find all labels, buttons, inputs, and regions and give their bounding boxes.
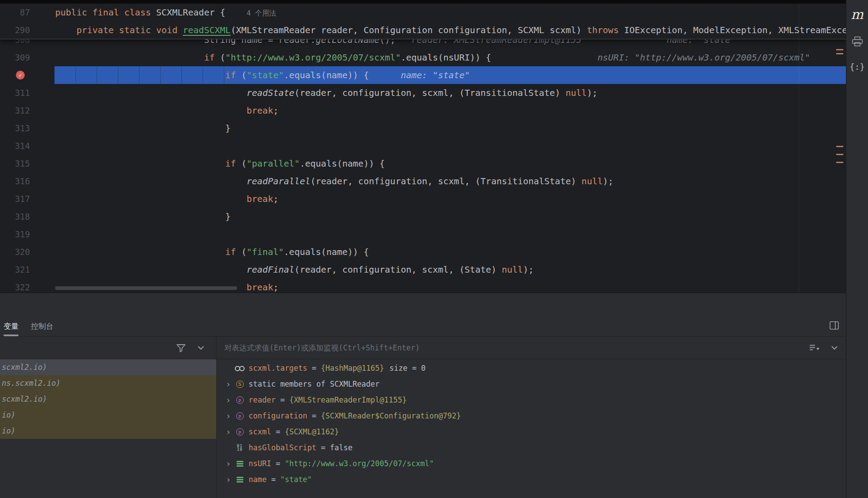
variable-row[interactable]: ›nsURI = "http://www.w3.org/2005/07/scxm… bbox=[222, 456, 846, 471]
string-icon bbox=[234, 477, 245, 483]
code-segment: private static void bbox=[76, 25, 183, 35]
gutter[interactable]: 315 bbox=[0, 155, 54, 172]
code-line-319[interactable]: 319 bbox=[0, 225, 846, 243]
gutter[interactable]: 290 bbox=[0, 21, 54, 39]
chevron-right-icon[interactable]: › bbox=[222, 475, 234, 484]
gutter[interactable]: 322 bbox=[0, 278, 54, 293]
code-segment: SCXMLReader bbox=[156, 7, 215, 18]
code-line-320[interactable]: 320 if ("final".equals(name)) { bbox=[0, 243, 846, 261]
gutter[interactable]: 319 bbox=[0, 225, 54, 243]
variable-row[interactable]: ›name = "state" bbox=[222, 471, 846, 487]
code-text: if ("http://www.w3.org/2005/07/scxml".eq… bbox=[54, 49, 846, 66]
gutter[interactable]: 317 bbox=[0, 190, 54, 208]
code-line-313[interactable]: 313 } bbox=[0, 119, 846, 137]
stack-frame[interactable]: scxml2.io) bbox=[0, 359, 216, 375]
chevron-down-icon[interactable] bbox=[197, 346, 204, 350]
gutter[interactable]: 318 bbox=[0, 208, 54, 225]
gutter[interactable]: 309 bbox=[0, 49, 54, 66]
code-segment: (reader, configuration, scxml, ( bbox=[294, 264, 464, 275]
code-line-317[interactable]: 317 break; bbox=[0, 190, 846, 208]
variable-row[interactable]: ›preader = {XMLStreamReaderImpl@1155} bbox=[222, 392, 846, 408]
stripe-mark[interactable] bbox=[836, 162, 843, 163]
gutter[interactable]: 311 bbox=[0, 84, 54, 102]
chevron-right-icon[interactable]: › bbox=[222, 427, 234, 437]
gutter[interactable]: 316 bbox=[0, 172, 54, 190]
indent bbox=[55, 264, 246, 275]
stripe-mark[interactable] bbox=[836, 154, 843, 155]
code-line-311[interactable]: 311 readState(reader, configuration, scx… bbox=[0, 84, 846, 102]
variable-row[interactable]: ›Sstatic members of SCXMLReader bbox=[222, 376, 846, 392]
code-line-315[interactable]: 315 if ("parallel".equals(name)) { bbox=[0, 155, 846, 172]
gutter[interactable] bbox=[0, 66, 54, 84]
variable-row[interactable]: 0110hasGlobalScript = false bbox=[222, 440, 846, 456]
printer-icon[interactable] bbox=[852, 36, 863, 47]
stripe-mark[interactable] bbox=[836, 53, 843, 54]
watch-expression-bar[interactable]: 对表达式求值(Enter)或添加监视(Ctrl+Shift+Enter) bbox=[216, 337, 846, 359]
code-line-314[interactable]: 314 bbox=[0, 137, 846, 155]
code-line-290[interactable]: 290 private static void readSCXML(XMLStr… bbox=[0, 21, 846, 39]
stack-frame[interactable]: ns.scxml2.io) bbox=[0, 375, 216, 391]
gutter[interactable]: 314 bbox=[0, 137, 54, 155]
chevron-right-icon[interactable]: › bbox=[222, 395, 234, 405]
code-segment: break bbox=[246, 282, 273, 293]
gutter[interactable]: 313 bbox=[0, 119, 54, 137]
braces-icon[interactable]: {:} bbox=[849, 62, 864, 72]
line-number: 315 bbox=[15, 155, 30, 172]
code-text bbox=[54, 225, 846, 243]
param-icon: p bbox=[234, 396, 245, 404]
code-line-310[interactable]: if ("state".equals(name)) { name: "state… bbox=[0, 66, 846, 84]
stack-frame[interactable]: io) bbox=[0, 423, 216, 439]
chevron-right-icon[interactable]: › bbox=[222, 459, 234, 468]
code-text: readParallel(reader, configuration, scxm… bbox=[54, 172, 846, 190]
code-line-312[interactable]: 312 break; bbox=[0, 102, 846, 119]
gutter[interactable]: 87 bbox=[0, 4, 54, 21]
variable-row[interactable]: ›pconfiguration = {SCXMLReader$Configura… bbox=[222, 408, 846, 424]
tab-console[interactable]: 控制台 bbox=[31, 316, 53, 336]
gutter[interactable]: 320 bbox=[0, 243, 54, 261]
line-number: 290 bbox=[15, 21, 30, 39]
variable-value: {SCXML@1162} bbox=[285, 427, 339, 436]
variable-row[interactable]: scxml.targets = {HashMap@1165}size = 0 bbox=[222, 360, 846, 376]
code-segment: break bbox=[246, 105, 273, 116]
variable-name: configuration bbox=[249, 411, 307, 420]
code-line-316[interactable]: 316 readParallel(reader, configuration, … bbox=[0, 172, 846, 190]
filter-icon[interactable] bbox=[176, 343, 186, 352]
code-segment: null bbox=[566, 87, 587, 98]
chevron-right-icon[interactable]: › bbox=[222, 379, 234, 389]
indent bbox=[55, 158, 225, 169]
code-text: if ("state".equals(name)) { name: "state… bbox=[54, 66, 846, 84]
variable-row[interactable]: ›pscxml = {SCXML@1162} bbox=[222, 424, 846, 440]
watch-input-placeholder[interactable]: 对表达式求值(Enter)或添加监视(Ctrl+Shift+Enter) bbox=[224, 343, 797, 353]
chevron-right-icon[interactable]: › bbox=[222, 411, 234, 421]
code-segment: .equals(nsURI)) { bbox=[401, 52, 491, 63]
code-segment: if bbox=[225, 70, 236, 80]
code-line-321[interactable]: 321 readFinal(reader, configuration, scx… bbox=[0, 261, 846, 278]
code-segment: break bbox=[246, 194, 273, 204]
chevron-down-icon[interactable] bbox=[831, 346, 838, 350]
code-line-318[interactable]: 318 } bbox=[0, 208, 846, 225]
gutter[interactable]: 312 bbox=[0, 102, 54, 119]
indent bbox=[55, 194, 246, 204]
frame-label: scxml2.io) bbox=[2, 395, 47, 403]
stack-frame[interactable]: io) bbox=[0, 407, 216, 423]
equals: = bbox=[307, 364, 321, 373]
add-watch-icon[interactable] bbox=[809, 344, 819, 352]
layout-settings-icon[interactable] bbox=[830, 321, 839, 330]
horizontal-scrollbar[interactable] bbox=[55, 286, 237, 290]
breakpoint-icon[interactable] bbox=[16, 71, 25, 80]
code-editor[interactable]: 87public final class SCXMLReader { 4 个用法… bbox=[0, 4, 846, 293]
code-line-87[interactable]: 87public final class SCXMLReader { 4 个用法 bbox=[0, 4, 846, 21]
debug-panel: 变量 控制台 对表达式求值(Enter)或添加监视(Ctrl+Shift+Ent… bbox=[0, 293, 846, 498]
code-line-309[interactable]: 309 if ("http://www.w3.org/2005/07/scxml… bbox=[0, 49, 846, 66]
stack-frame[interactable]: scxml2.io) bbox=[0, 391, 216, 407]
gutter[interactable]: 321 bbox=[0, 261, 54, 278]
stripe-mark[interactable] bbox=[836, 146, 843, 147]
code-line-322[interactable]: 322 break; bbox=[0, 278, 846, 293]
code-segment bbox=[225, 7, 246, 18]
code-text: readFinal(reader, configuration, scxml, … bbox=[54, 261, 846, 278]
maven-logo-icon[interactable]: m bbox=[851, 8, 863, 21]
line-number: 316 bbox=[15, 172, 30, 190]
stripe-mark[interactable] bbox=[836, 49, 843, 50]
code-segment: nsURI: "http://www.w3.org/2005/07/scxml" bbox=[597, 52, 810, 63]
tab-variables[interactable]: 变量 bbox=[4, 316, 19, 336]
